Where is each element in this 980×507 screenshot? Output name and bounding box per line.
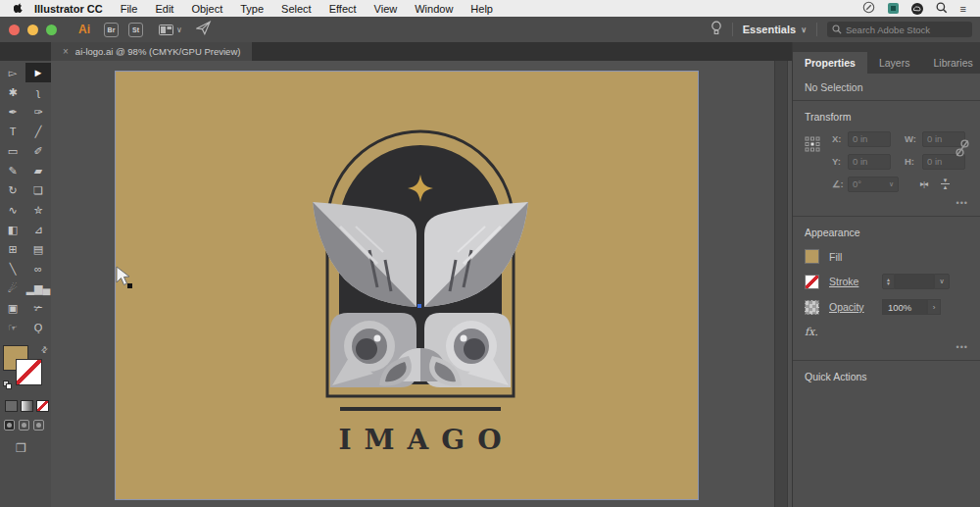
color-button[interactable]	[5, 400, 18, 412]
tool-glyph: ╲	[10, 264, 17, 275]
scale-tool[interactable]: ❏	[25, 180, 51, 200]
arrange-documents-icon[interactable]: ∨	[159, 25, 182, 35]
stroke-label[interactable]: Stroke	[829, 276, 872, 287]
blend-tool[interactable]: ∞	[25, 259, 51, 279]
rotation-dropdown[interactable]: 0° ∨	[848, 177, 899, 192]
creative-cloud-icon[interactable]	[911, 3, 923, 15]
menubar-item[interactable]: File	[121, 3, 138, 15]
artboard[interactable]: IMAGO	[115, 71, 699, 500]
none-button[interactable]	[36, 400, 49, 412]
notification-center-icon[interactable]: ≡	[960, 3, 966, 15]
default-fill-stroke-icon[interactable]	[3, 380, 13, 390]
stock-search-box[interactable]	[827, 22, 972, 37]
direct-selection-tool[interactable]: ►	[25, 63, 51, 82]
draw-inside-button[interactable]	[33, 420, 44, 431]
menubar-item[interactable]: Select	[281, 3, 312, 15]
selection-tool[interactable]: ▻	[0, 63, 25, 82]
pen-tool[interactable]: ✒	[0, 102, 25, 122]
menubar-item[interactable]: Effect	[329, 3, 357, 15]
apple-menu-icon[interactable]	[14, 2, 24, 15]
magic-wand-tool[interactable]: ✱	[0, 82, 25, 102]
gradient-tool[interactable]: ▤	[25, 239, 51, 259]
type-tool[interactable]: T	[0, 122, 25, 141]
stroke-weight-field[interactable]	[895, 274, 934, 289]
artboard-tool[interactable]: ▣	[0, 298, 25, 318]
menubar-item[interactable]: Type	[240, 3, 264, 15]
shear-tool[interactable]: ⊿	[25, 220, 51, 239]
wrench-circle-icon[interactable]	[862, 1, 875, 16]
spotlight-icon[interactable]	[936, 2, 948, 16]
x-field[interactable]	[848, 131, 891, 147]
canvas-pasteboard[interactable]: IMAGO	[51, 61, 792, 507]
swap-fill-stroke-icon[interactable]: ⇄	[39, 344, 50, 355]
menubar-item[interactable]: Window	[415, 3, 453, 15]
close-window-button[interactable]	[9, 25, 20, 35]
workspace-switcher[interactable]: Essentials ∨	[743, 24, 807, 35]
menubar-item[interactable]: Edit	[155, 3, 173, 15]
shape-builder-tool[interactable]: ◧	[0, 220, 25, 239]
menubar-item[interactable]: Object	[191, 3, 222, 15]
app-menu-illustrator[interactable]: Illustrator CC	[34, 3, 103, 15]
bridge-button[interactable]: Br	[104, 23, 119, 37]
vertical-scrollbar[interactable]	[774, 61, 788, 507]
appearance-more-options[interactable]: •••	[793, 340, 980, 360]
stroke-weight-dropdown[interactable]: ∨	[934, 274, 950, 289]
opacity-field[interactable]: 100%	[882, 299, 927, 315]
column-graph-tool[interactable]: ▂▆▄	[25, 279, 51, 298]
eraser-tool[interactable]: ▰	[25, 161, 51, 180]
flip-vertical-button[interactable]: ▾▴	[941, 178, 950, 189]
stock-search-input[interactable]	[846, 25, 954, 35]
opacity-options-button[interactable]: ›	[927, 299, 941, 315]
y-field[interactable]	[848, 154, 891, 170]
opacity-swatch[interactable]	[805, 300, 819, 315]
change-screen-mode-button[interactable]: ❐	[16, 441, 26, 455]
eyedropper-tool[interactable]: ╲	[0, 259, 25, 279]
tool-glyph: T	[10, 127, 17, 137]
tab-layers[interactable]: Layers	[867, 52, 922, 74]
opacity-label[interactable]: Opacity	[829, 301, 872, 313]
stroke-color-swatch[interactable]	[805, 275, 819, 289]
width-tool[interactable]: ∿	[0, 200, 25, 220]
hand-tool[interactable]: ☞	[0, 318, 25, 337]
fill-color-swatch[interactable]	[805, 249, 819, 264]
share-icon[interactable]	[196, 21, 212, 39]
zoom-tool[interactable]: Ǫ	[25, 318, 51, 337]
tab-properties[interactable]: Properties	[793, 52, 867, 74]
fill-label[interactable]: Fill	[829, 251, 872, 263]
close-tab-icon[interactable]: ×	[63, 46, 69, 57]
rotate-tool[interactable]: ↻	[0, 180, 25, 200]
curvature-tool[interactable]: ✑	[25, 102, 51, 122]
lightbulb-icon[interactable]	[710, 21, 722, 39]
lasso-tool[interactable]: ʅ	[25, 82, 51, 102]
constrain-proportions-icon[interactable]	[955, 138, 970, 160]
tool-glyph: ↻	[8, 185, 17, 196]
shaper-tool[interactable]: ✎	[0, 161, 25, 180]
stroke-weight-stepper[interactable]: ▲▼	[882, 274, 895, 289]
direct-selection-cursor	[114, 265, 135, 290]
gradient-button[interactable]	[21, 400, 33, 412]
draw-normal-button[interactable]	[4, 420, 15, 431]
menubar-item[interactable]: View	[374, 3, 398, 15]
y-label: Y:	[832, 156, 848, 167]
draw-behind-button[interactable]	[19, 420, 29, 431]
minimize-window-button[interactable]	[27, 25, 38, 35]
paintbrush-tool[interactable]: ✐	[25, 141, 51, 161]
symbol-sprayer-tool[interactable]: ☄	[0, 279, 25, 298]
color-mode-buttons	[5, 400, 49, 412]
line-segment-tool[interactable]: ╱	[25, 122, 51, 141]
stroke-swatch[interactable]	[16, 359, 42, 385]
rectangle-tool[interactable]: ▭	[0, 141, 25, 161]
slice-tool[interactable]: ✃	[25, 298, 51, 318]
effects-button[interactable]: fx.	[793, 320, 980, 340]
flip-horizontal-button[interactable]: ▸|◂	[920, 179, 927, 188]
stock-button[interactable]: St	[128, 23, 143, 37]
tab-libraries[interactable]: Libraries	[921, 52, 980, 74]
puppet-warp-tool[interactable]: ✮	[25, 200, 51, 220]
transform-more-options[interactable]: •••	[793, 196, 980, 216]
zoom-window-button[interactable]	[46, 25, 57, 35]
perspective-grid-tool[interactable]: ⊞	[0, 239, 25, 259]
reference-point-locator[interactable]	[805, 136, 820, 154]
teal-app-icon[interactable]	[888, 3, 899, 14]
document-tab[interactable]: × ai-logo.ai @ 98% (CMYK/GPU Preview)	[51, 42, 252, 61]
menubar-item[interactable]: Help	[470, 3, 493, 15]
